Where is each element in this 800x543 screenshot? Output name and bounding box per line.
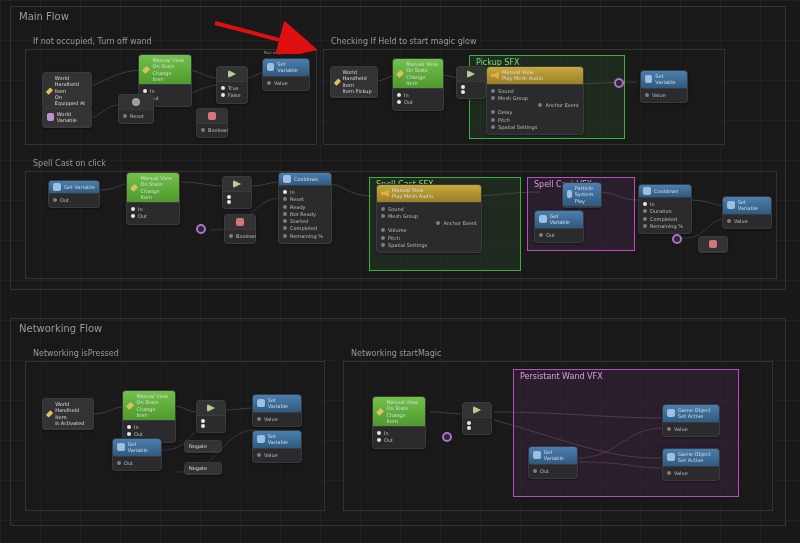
pin-sound[interactable]: Sound <box>491 88 579 94</box>
pin-started[interactable]: Started <box>283 218 327 224</box>
node-graph-canvas[interactable]: Main Flow If not occupied, Turn off wand… <box>0 0 800 543</box>
pin-out[interactable]: Out <box>397 99 439 105</box>
pin-value[interactable]: Value <box>667 470 715 476</box>
pin-out[interactable]: Out <box>539 232 579 238</box>
pin-anchor-event[interactable]: Anchor Event <box>381 220 477 226</box>
node-np-get-variable[interactable]: Get Variable Out <box>112 438 162 471</box>
pin-pitch[interactable]: Pitch <box>381 235 477 241</box>
pin-false[interactable] <box>227 200 247 204</box>
reroute-node[interactable] <box>672 234 682 244</box>
pin-anchor-event[interactable]: Anchor Event <box>491 102 579 108</box>
pin-spatial[interactable]: Spatial Settings <box>491 124 579 130</box>
pin-delay[interactable]: Delay <box>491 109 579 115</box>
pin-false[interactable] <box>461 90 481 94</box>
reroute-node[interactable] <box>614 78 624 88</box>
reroute-node[interactable] <box>196 224 206 234</box>
node-cast-boolean[interactable]: Boolean <box>224 214 256 244</box>
node-wand-set-variable[interactable]: Set Variable Value <box>262 58 310 91</box>
pin-value[interactable]: Value <box>267 80 305 86</box>
pin-true[interactable] <box>461 85 481 89</box>
node-wand-boolean[interactable]: Boolean <box>196 108 228 138</box>
node-nm-set-active-1[interactable]: Game Object Set Active Value <box>662 404 720 437</box>
node-np-set-variable-1[interactable]: Set Variable Value <box>252 394 302 427</box>
node-title: Particle System Play <box>575 185 597 204</box>
node-np-negate-2[interactable]: Negate <box>184 462 222 475</box>
pin-false[interactable]: False <box>221 92 243 98</box>
node-nm-set-active-2[interactable]: Game Object Set Active Value <box>662 448 720 481</box>
node-cast-cooldown-2[interactable]: Cooldown In Duration Completed Remaining… <box>638 184 692 234</box>
node-wand-onequipped-event[interactable]: World Handheld Item On Equipped At <box>42 72 92 110</box>
pin-remaining[interactable]: Remaining % <box>283 233 327 239</box>
pin-in[interactable]: In <box>643 201 687 207</box>
bolt-icon <box>126 401 134 409</box>
pin-pitch[interactable]: Pitch <box>491 117 579 123</box>
node-held-branch[interactable] <box>456 66 486 99</box>
node-wand-branch[interactable]: True False <box>216 66 248 104</box>
fn-icon <box>645 75 652 83</box>
node-np-set-variable-2[interactable]: Set Variable Value <box>252 430 302 463</box>
pin-mesh-group[interactable]: Mesh Group <box>491 95 579 101</box>
node-cast-boolean-2[interactable] <box>698 236 728 253</box>
pin-value[interactable]: Value <box>727 218 767 224</box>
node-cast-cooldown-1[interactable]: Cooldown In Reset Ready Not Ready Starte… <box>278 172 332 244</box>
node-np-state-change[interactable]: Manual View On State Change Item In Out <box>122 390 176 443</box>
pin-completed[interactable]: Completed <box>643 216 687 222</box>
pin-out[interactable]: Out <box>533 468 573 474</box>
node-cast-branch[interactable] <box>222 176 252 209</box>
pin-in[interactable]: In <box>377 430 421 436</box>
pin-out[interactable]: Out <box>131 213 175 219</box>
pin[interactable]: Reset <box>123 113 149 119</box>
pin-reset[interactable]: Reset <box>283 196 327 202</box>
pin-sound[interactable]: Sound <box>381 206 477 212</box>
pin-value[interactable]: Value <box>257 416 297 422</box>
node-title: Get Variable <box>544 449 573 462</box>
pin-false[interactable] <box>467 426 487 430</box>
pin-in[interactable]: In <box>131 206 175 212</box>
pin-value[interactable]: Value <box>667 426 715 432</box>
node-spellcast-play-mesh-audio[interactable]: Manual View Play Mesh Audio Sound Mesh G… <box>376 184 482 253</box>
node-pickup-play-mesh-audio[interactable]: Manual View Play Mesh Audio Sound Mesh G… <box>486 66 584 135</box>
node-particle-play[interactable]: Particle System Play <box>562 182 602 208</box>
pin-in[interactable]: In <box>127 424 171 430</box>
pin-true[interactable] <box>201 419 221 423</box>
node-held-set-variable[interactable]: Set Variable Value <box>640 70 688 103</box>
node-vfx-get-variable[interactable]: Get Variable Out <box>534 210 584 243</box>
node-wand-reset[interactable]: Reset <box>118 94 154 124</box>
pin-ready[interactable]: Ready <box>283 204 327 210</box>
branch-icon <box>233 180 241 188</box>
pin-out[interactable]: Out <box>117 460 157 466</box>
pin-value[interactable]: Value <box>257 452 297 458</box>
reroute-node[interactable] <box>442 432 452 442</box>
node-nm-state-change[interactable]: Manual View On State Change Item In Out <box>372 396 426 449</box>
pin-volume[interactable]: Volume <box>381 227 477 233</box>
pin-mesh-group[interactable]: Mesh Group <box>381 213 477 219</box>
pin-completed[interactable]: Completed <box>283 225 327 231</box>
pin-value[interactable]: Value <box>645 92 683 98</box>
node-nm-get-variable[interactable]: Get Variable Out <box>528 446 578 479</box>
node-nm-branch[interactable] <box>462 402 492 435</box>
node-held-state-change[interactable]: Manual View On State Change Item In Out <box>392 58 444 111</box>
node-np-event[interactable]: World Handheld Item Is Activated <box>42 398 94 430</box>
pin-not-ready[interactable]: Not Ready <box>283 211 327 217</box>
pin-duration[interactable]: Duration <box>643 208 687 214</box>
pin-spatial[interactable]: Spatial Settings <box>381 242 477 248</box>
pin-true[interactable]: True <box>221 85 243 91</box>
pin-remaining[interactable]: Remaining % <box>643 223 687 229</box>
node-cast-state-change[interactable]: Manual View On State Change Item In Out <box>126 172 180 225</box>
pin[interactable]: Boolean <box>201 127 223 133</box>
node-np-negate-1[interactable]: Negate <box>184 440 222 453</box>
pin-true[interactable] <box>227 195 247 199</box>
pin-in[interactable]: In <box>283 189 327 195</box>
node-cast-get-variable[interactable]: Get Variable Out <box>48 180 100 208</box>
node-cast-set-variable[interactable]: Set Variable Value <box>722 196 772 229</box>
pin-in[interactable]: In <box>397 92 439 98</box>
pin-out[interactable]: Out <box>377 437 421 443</box>
pin-out[interactable]: Out <box>127 431 171 437</box>
pin-out[interactable]: Boolean <box>229 233 251 239</box>
pin-out[interactable]: Out <box>53 197 95 203</box>
node-held-event[interactable]: World Handheld Item Item Pickup <box>330 66 378 98</box>
pin-true[interactable] <box>467 421 487 425</box>
pin-false[interactable] <box>201 424 221 428</box>
node-wand-world-var[interactable]: World Variable <box>42 108 92 128</box>
node-np-branch[interactable] <box>196 400 226 433</box>
